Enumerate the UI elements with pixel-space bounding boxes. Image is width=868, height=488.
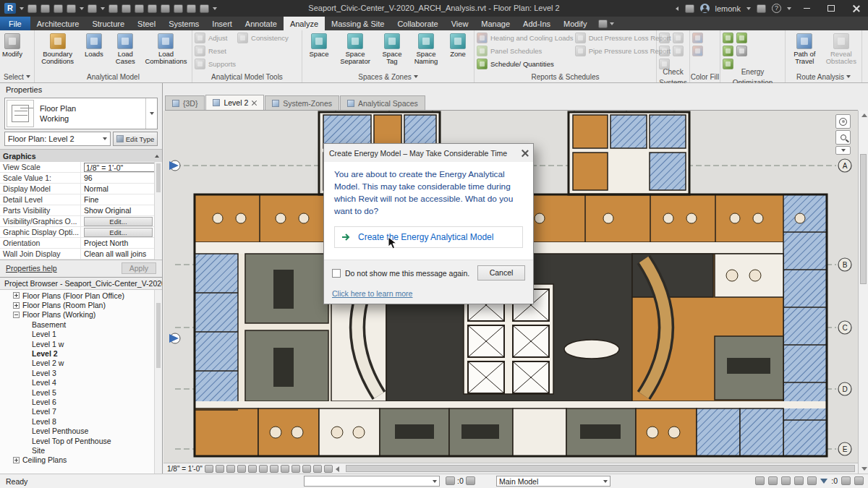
modify-button[interactable]: Modify: [2, 32, 22, 58]
zone-button[interactable]: Zone: [445, 32, 471, 58]
path-of-travel-button[interactable]: Path of Travel: [788, 32, 822, 65]
panel-label-color-fill[interactable]: Color Fill: [690, 71, 720, 82]
help-menu-arrow-icon[interactable]: [787, 7, 791, 10]
user-menu-arrow-icon[interactable]: [746, 7, 751, 10]
browser-group[interactable]: Floor Plans (Working): [0, 310, 162, 320]
pipe-legend-button[interactable]: [692, 45, 703, 57]
panel-label-check-systems[interactable]: Check Systems: [657, 72, 689, 83]
user-avatar[interactable]: [700, 4, 710, 13]
browser-view-item[interactable]: Level 8: [0, 416, 162, 426]
tab-steel[interactable]: Steel: [131, 17, 162, 30]
tab-add-ins[interactable]: Add-Ins: [516, 17, 557, 30]
open-icon[interactable]: [27, 4, 37, 13]
dialog-close-icon[interactable]: [522, 150, 528, 156]
text-icon[interactable]: [161, 4, 170, 13]
qat-customize-arrow-icon[interactable]: [213, 7, 217, 10]
temporary-hide-isolate-icon[interactable]: [270, 465, 278, 473]
section-icon[interactable]: [187, 4, 196, 13]
learn-more-link[interactable]: Click here to learn more: [332, 289, 412, 298]
browser-view-item[interactable]: Level 3: [0, 368, 162, 377]
show-crop-region-icon[interactable]: [259, 465, 268, 473]
create-energy-model-button[interactable]: [723, 32, 747, 44]
browser-group[interactable]: Floor Plans (Room Plan): [0, 300, 162, 309]
active-only-icon[interactable]: [446, 476, 455, 485]
worksets-combo[interactable]: Main Model: [496, 476, 610, 487]
app-logo[interactable]: R: [4, 3, 16, 14]
select-underlay-icon[interactable]: [768, 476, 778, 485]
close-tab-icon[interactable]: [252, 100, 257, 106]
properties-scrollbar[interactable]: [154, 162, 162, 260]
tab-manage[interactable]: Manage: [475, 17, 516, 30]
space-button[interactable]: Space: [305, 32, 333, 58]
apply-button[interactable]: Apply: [122, 262, 156, 274]
communication-center-icon[interactable]: [685, 4, 694, 13]
sync-icon[interactable]: [54, 4, 63, 13]
undo-icon[interactable]: [67, 4, 76, 13]
signed-in-user[interactable]: lemonk: [715, 4, 741, 13]
check-pipe-systems-button[interactable]: [659, 45, 684, 57]
browser-view-item[interactable]: Level 4: [0, 378, 162, 388]
close-button[interactable]: [846, 1, 865, 15]
tab-view[interactable]: View: [445, 17, 475, 30]
drag-on-selection-icon[interactable]: [807, 476, 817, 485]
browser-view-item[interactable]: Level Penthouse: [0, 426, 162, 435]
tab-massing-site[interactable]: Massing & Site: [325, 17, 391, 30]
dont-show-again-checkbox[interactable]: [332, 269, 341, 278]
measure-icon[interactable]: [122, 4, 131, 13]
vertical-scrollbar[interactable]: [858, 111, 868, 474]
analytical-model-toggle-icon[interactable]: [313, 465, 322, 473]
design-options-combo[interactable]: [304, 476, 440, 487]
panel-schedules-button[interactable]: Panel Schedules: [477, 45, 574, 57]
panel-label-analytical-model[interactable]: Analytical Model: [35, 71, 192, 82]
browser-group[interactable]: Floor Plans (Floor Plan Office): [0, 291, 162, 300]
browser-view-item[interactable]: Level 7: [0, 407, 162, 416]
browser-view-item[interactable]: Level 1: [0, 330, 162, 339]
adjust-button[interactable]: Adjust: [195, 32, 236, 44]
orientation-field[interactable]: Project North: [81, 238, 162, 248]
space-separator-button[interactable]: Space Separator: [335, 32, 375, 65]
browser-scrollbar[interactable]: [154, 290, 162, 474]
panel-label-reports-schedules[interactable]: Reports & Schedules: [475, 72, 656, 82]
browser-group[interactable]: Ceiling Plans: [0, 455, 162, 465]
scale-value-field[interactable]: 96: [81, 173, 162, 183]
duct-legend-button[interactable]: [692, 32, 703, 44]
supports-button[interactable]: Supports: [195, 58, 236, 70]
minimize-button[interactable]: [797, 1, 816, 15]
display-model-field[interactable]: Normal: [81, 184, 162, 194]
browser-view-item[interactable]: Level 6: [0, 397, 162, 406]
scroll-left-icon[interactable]: [336, 466, 339, 472]
load-combinations-button[interactable]: Load Combinations: [142, 32, 190, 65]
boundary-conditions-button[interactable]: Boundary Conditions: [37, 32, 78, 65]
horizontal-scroll-thumb[interactable]: [346, 465, 855, 472]
browser-view-item[interactable]: Basement: [0, 320, 162, 329]
properties-help-link[interactable]: Properties help: [6, 264, 57, 273]
panel-label-route-analysis[interactable]: Route Analysis: [786, 71, 861, 82]
scroll-down-icon[interactable]: [861, 467, 867, 471]
tab-analyze[interactable]: Analyze: [284, 17, 325, 30]
tab-file[interactable]: File: [0, 17, 30, 30]
redo-icon[interactable]: [88, 4, 97, 13]
navigation-wheel-button[interactable]: [835, 114, 851, 129]
view-tab-3d[interactable]: {3D}: [165, 95, 205, 110]
collapse-icon[interactable]: [13, 312, 20, 318]
visual-style-icon[interactable]: [216, 465, 224, 473]
zoom-button[interactable]: [835, 130, 851, 145]
expand-icon[interactable]: [13, 457, 20, 463]
detail-level-icon[interactable]: [205, 465, 213, 473]
expand-icon[interactable]: [13, 292, 20, 299]
properties-group-graphics[interactable]: Graphics: [0, 150, 162, 162]
view-tab-system-zones[interactable]: System-Zones: [265, 95, 339, 110]
load-cases-button[interactable]: Load Cases: [110, 32, 141, 65]
panel-label-energy-optimization[interactable]: Energy Optimization: [720, 72, 785, 83]
consistency-button[interactable]: Consistency: [237, 32, 289, 44]
parts-visibility-field[interactable]: Show Original: [81, 205, 162, 215]
horizontal-scrollbar[interactable]: [334, 463, 858, 474]
reset-button[interactable]: Reset: [195, 45, 236, 57]
graphic-display-edit-button[interactable]: Edit...: [84, 228, 153, 237]
temporary-view-properties-icon[interactable]: [302, 465, 311, 473]
reveal-hidden-elements-icon[interactable]: [281, 465, 289, 473]
dialog-title-bar[interactable]: Create Energy Model – May Take Considera…: [324, 144, 533, 162]
panel-label-analytical-model-tools[interactable]: Analytical Model Tools: [192, 72, 302, 82]
view-scale-input[interactable]: 1/8" = 1'-0": [84, 163, 159, 172]
aligned-dimension-icon[interactable]: [135, 4, 144, 13]
